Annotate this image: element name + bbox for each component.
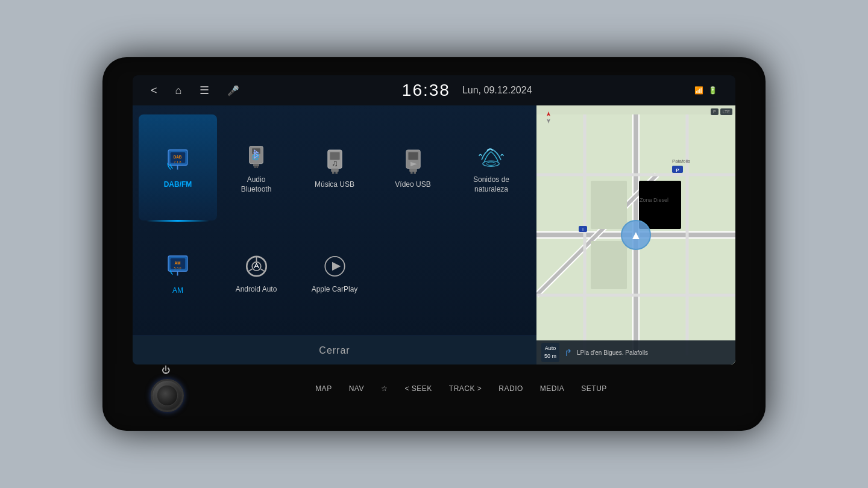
physical-buttons-bar: ⏻ MAP NAV ☆ < SEEK TRACK > RADIO MEDIA S… <box>115 364 753 413</box>
track-next-button[interactable]: TRACK > <box>441 384 491 393</box>
musica-usb-label: Música USB <box>315 180 354 190</box>
svg-rect-22 <box>414 172 416 174</box>
am-icon: AM 5 3 0 <box>163 251 193 281</box>
back-button[interactable]: < <box>151 84 157 97</box>
map-panel[interactable]: P i Zona Diesel Palafolls <box>536 105 735 364</box>
main-content: DAB 7 1 8 DAB/FM <box>133 105 735 364</box>
apple-carplay-label: Apple CarPlay <box>312 285 358 295</box>
home-button[interactable]: ⌂ <box>175 84 182 97</box>
svg-marker-37 <box>332 262 341 271</box>
audio-bluetooth-label: AudioBluetooth <box>241 175 272 194</box>
media-button[interactable]: MEDIA <box>532 384 573 393</box>
mic-button[interactable]: 🎤 <box>227 85 239 96</box>
media-menu-grid: DAB 7 1 8 DAB/FM <box>133 105 536 336</box>
apple-carplay-icon <box>321 253 348 280</box>
svg-rect-14 <box>331 168 339 171</box>
status-icons: 📶 🔋 <box>694 86 717 95</box>
svg-marker-59 <box>547 119 550 124</box>
map-street-label: LPla d'en Bigues. Palafolls <box>577 349 731 356</box>
menu-item-dab-fm[interactable]: DAB 7 1 8 DAB/FM <box>139 114 217 221</box>
clock-display: 16:38 <box>402 81 450 100</box>
volume-knob-area[interactable]: ⏻ <box>151 365 184 412</box>
menu-item-sonidos-naturaleza[interactable]: Sonidos denaturaleza <box>452 114 530 221</box>
menu-button[interactable]: ☰ <box>200 84 209 97</box>
svg-rect-21 <box>410 172 413 174</box>
svg-rect-20 <box>409 168 417 171</box>
signal-box-1: P <box>711 108 719 115</box>
android-auto-label: Android Auto <box>236 285 277 295</box>
sonidos-naturaleza-label: Sonidos denaturaleza <box>473 175 509 194</box>
bluetooth-icon: @ <box>241 140 271 170</box>
svg-rect-8 <box>253 164 259 167</box>
map-navigator: ▲ <box>621 220 651 250</box>
car-bezel: < ⌂ ☰ 🎤 16:38 Lun, 09.12.2024 📶 🔋 <box>102 57 766 431</box>
date-display: Lun, 09.12.2024 <box>462 85 532 96</box>
seek-prev-button[interactable]: < SEEK <box>396 384 440 393</box>
radio-button[interactable]: RADIO <box>490 384 532 393</box>
svg-text:♫: ♫ <box>332 158 338 168</box>
close-button[interactable]: Cerrar <box>133 336 536 364</box>
dab-fm-label: DAB/FM <box>164 180 192 190</box>
svg-rect-10 <box>256 166 258 168</box>
menu-item-am[interactable]: AM 5 3 0 AM <box>139 221 217 327</box>
setup-button[interactable]: SETUP <box>573 384 615 393</box>
clock-area: 16:38 Lun, 09.12.2024 <box>402 81 532 100</box>
status-bar: < ⌂ ☰ 🎤 16:38 Lun, 09.12.2024 📶 🔋 <box>133 75 735 105</box>
nature-sounds-icon <box>476 140 506 170</box>
dab-fm-icon: DAB 7 1 8 <box>163 145 193 175</box>
map-distance-info: Auto 50 m <box>541 343 559 361</box>
svg-text:7 1 8: 7 1 8 <box>174 160 181 163</box>
svg-text:P: P <box>676 167 679 173</box>
media-panel: DAB 7 1 8 DAB/FM <box>133 105 536 364</box>
map-signal-area: P LTE <box>711 108 732 115</box>
map-direction-icon: ↱ <box>564 347 572 358</box>
video-usb-label: Vídeo USB <box>395 180 430 190</box>
menu-item-android-auto[interactable]: Android Auto <box>217 221 295 327</box>
svg-point-24 <box>486 162 495 165</box>
screen: < ⌂ ☰ 🎤 16:38 Lun, 09.12.2024 📶 🔋 <box>133 75 735 364</box>
menu-item-audio-bluetooth[interactable]: @ AudioBluetooth <box>217 114 295 221</box>
svg-rect-15 <box>332 172 335 174</box>
svg-text:DAB: DAB <box>174 155 182 159</box>
nav-arrow-icon: ▲ <box>630 228 642 242</box>
menu-item-video-usb[interactable]: Vídeo USB <box>374 114 452 221</box>
power-icon[interactable]: ⏻ <box>162 365 174 377</box>
menu-item-musica-usb[interactable]: ♫ Música USB <box>295 114 374 221</box>
map-compass <box>541 110 556 125</box>
signal-icon: 📶 <box>694 86 703 95</box>
musica-usb-icon: ♫ <box>321 145 348 175</box>
am-label: AM <box>172 286 183 296</box>
menu-item-apple-carplay[interactable]: Apple CarPlay <box>295 221 374 327</box>
android-auto-icon <box>243 253 270 280</box>
nav-button[interactable]: NAV <box>341 384 373 393</box>
map-bottom-bar: Auto 50 m ↱ LPla d'en Bigues. Palafolls <box>536 340 735 364</box>
svg-rect-16 <box>335 172 338 174</box>
knob-inner <box>157 385 178 406</box>
svg-text:AM: AM <box>175 261 181 265</box>
svg-rect-9 <box>254 166 256 168</box>
svg-text:5 3 0: 5 3 0 <box>174 266 181 269</box>
nav-controls: < ⌂ ☰ 🎤 <box>151 84 239 97</box>
video-usb-icon <box>400 145 427 175</box>
battery-icon: 🔋 <box>708 86 717 95</box>
volume-knob[interactable] <box>151 379 184 412</box>
map-button[interactable]: MAP <box>307 384 341 393</box>
svg-text:Zona Diesel: Zona Diesel <box>640 197 668 203</box>
signal-box-2: LTE <box>720 108 732 115</box>
svg-text:Palafolls: Palafolls <box>672 158 690 164</box>
svg-rect-18 <box>408 152 418 160</box>
map-background: P i Zona Diesel Palafolls <box>536 105 735 364</box>
svg-marker-58 <box>547 111 550 116</box>
favorite-button[interactable]: ☆ <box>373 384 397 393</box>
